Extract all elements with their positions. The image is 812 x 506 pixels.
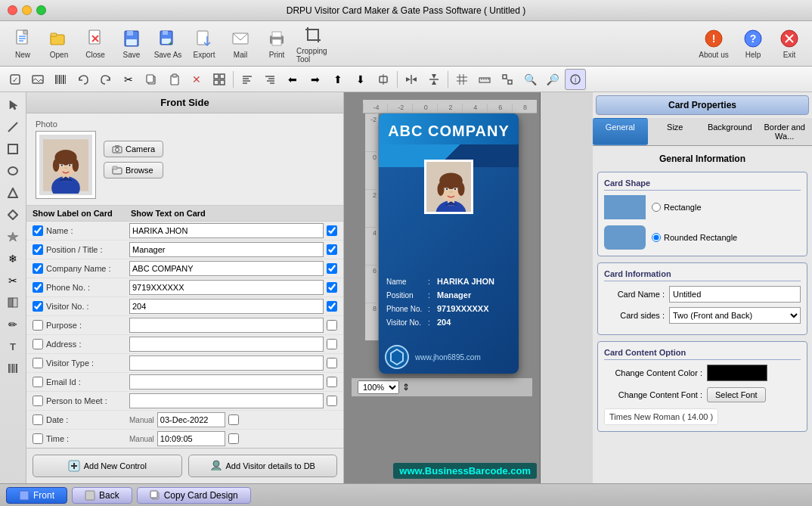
copy-btn[interactable]: [141, 69, 162, 90]
name-show-check[interactable]: [327, 225, 337, 236]
grid-btn[interactable]: [451, 69, 473, 90]
address-input[interactable]: [129, 337, 324, 352]
position-checkbox[interactable]: [33, 244, 43, 255]
center-btn[interactable]: [373, 69, 394, 90]
rounded-radio[interactable]: [652, 233, 661, 242]
content-color-picker[interactable]: [707, 365, 767, 381]
move-left-btn[interactable]: ⬅: [282, 69, 303, 90]
copy-card-button[interactable]: Copy Card Design: [137, 487, 251, 504]
move-up-btn[interactable]: ⬆: [327, 69, 349, 90]
close-button[interactable]: Close: [79, 24, 112, 64]
barcode-side-tool[interactable]: [3, 359, 23, 378]
diamond-tool[interactable]: [3, 205, 23, 225]
tab-size[interactable]: Size: [648, 118, 703, 145]
email-checkbox[interactable]: [33, 377, 43, 387]
flip-h-btn[interactable]: [401, 69, 422, 90]
save-button[interactable]: Save: [115, 24, 148, 64]
align-right-btn[interactable]: [259, 69, 280, 90]
rectangle-radio[interactable]: [652, 203, 661, 212]
redo-btn[interactable]: [95, 69, 116, 90]
crop-button[interactable]: Cropping Tool: [296, 24, 330, 64]
visitor-type-input[interactable]: [129, 355, 324, 371]
flip-v-btn[interactable]: [423, 69, 445, 90]
zoom-select[interactable]: 100% 75% 150%: [358, 380, 399, 394]
help-button[interactable]: ? Help: [736, 24, 770, 64]
exit-button[interactable]: Exit: [773, 24, 806, 64]
line-tool[interactable]: [3, 117, 23, 137]
time-input[interactable]: [157, 431, 225, 446]
snap-btn[interactable]: [209, 69, 230, 90]
email-input[interactable]: [129, 374, 324, 390]
ellipse-tool[interactable]: [3, 161, 23, 181]
move-down-btn[interactable]: ⬇: [350, 69, 371, 90]
position-input[interactable]: [129, 242, 324, 257]
about-button[interactable]: ! About us: [694, 24, 733, 64]
cut-btn[interactable]: ✂: [118, 69, 139, 90]
card-sides-select[interactable]: One (Front Only) Two (Front and Back): [669, 307, 801, 324]
phone-show-check[interactable]: [327, 282, 337, 293]
company-show-check[interactable]: [327, 263, 337, 274]
mail-button[interactable]: Mail: [224, 24, 257, 64]
date-checkbox[interactable]: [33, 414, 43, 425]
triangle-tool[interactable]: [3, 183, 23, 203]
select-font-button[interactable]: Select Font: [707, 387, 766, 402]
address-show-check[interactable]: [327, 339, 337, 349]
visitor-input[interactable]: [129, 299, 324, 314]
company-checkbox[interactable]: [33, 263, 43, 274]
back-button[interactable]: Back: [72, 487, 132, 504]
name-checkbox[interactable]: [33, 225, 43, 236]
date-input[interactable]: [157, 412, 225, 427]
text-tool[interactable]: T: [3, 337, 23, 356]
star-tool[interactable]: [3, 227, 23, 247]
book-tool[interactable]: [3, 293, 23, 312]
resize-btn[interactable]: [497, 69, 518, 90]
move-right-btn[interactable]: ➡: [305, 69, 326, 90]
front-button[interactable]: Front: [6, 487, 67, 504]
purpose-checkbox[interactable]: [33, 320, 43, 331]
position-show-check[interactable]: [327, 244, 337, 255]
barcode-tool-btn[interactable]: [50, 69, 71, 90]
properties-btn[interactable]: i: [565, 69, 586, 90]
card-name-input[interactable]: [669, 286, 801, 303]
visitor-checkbox[interactable]: [33, 301, 43, 312]
zoom-out-btn[interactable]: 🔍: [542, 69, 563, 90]
phone-checkbox[interactable]: [33, 282, 43, 293]
purpose-input[interactable]: [129, 318, 324, 333]
add-control-button[interactable]: Add New Control: [33, 455, 182, 477]
open-button[interactable]: Open: [42, 24, 76, 64]
paste-btn[interactable]: [163, 69, 184, 90]
visitor-type-checkbox[interactable]: [33, 358, 43, 368]
image-tool-btn[interactable]: [27, 69, 48, 90]
close-window-btn[interactable]: [8, 5, 17, 15]
new-button[interactable]: New: [6, 24, 39, 64]
phone-input[interactable]: [129, 280, 324, 295]
person-input[interactable]: [129, 393, 324, 408]
address-checkbox[interactable]: [33, 339, 43, 349]
save-as-button[interactable]: + Save As: [151, 24, 184, 64]
select-tool-btn[interactable]: ✓: [5, 69, 26, 90]
person-checkbox[interactable]: [33, 396, 43, 406]
minimize-window-btn[interactable]: [22, 5, 32, 15]
visitor-show-check[interactable]: [327, 301, 337, 312]
undo-btn[interactable]: [73, 69, 94, 90]
visitor-type-show-check[interactable]: [327, 358, 337, 368]
time-checkbox[interactable]: [33, 433, 43, 444]
align-left-btn[interactable]: [237, 69, 258, 90]
pointer-tool[interactable]: [3, 95, 23, 115]
export-button[interactable]: Export: [188, 24, 221, 64]
company-input[interactable]: [129, 261, 324, 276]
add-visitor-button[interactable]: Add Visitor details to DB: [188, 455, 338, 477]
snowflake-tool[interactable]: ❄: [3, 249, 23, 269]
person-show-check[interactable]: [327, 396, 337, 406]
ruler-btn[interactable]: [474, 69, 495, 90]
tab-general[interactable]: General: [593, 118, 648, 145]
camera-button[interactable]: Camera: [104, 141, 163, 157]
delete-btn[interactable]: ✕: [186, 69, 207, 90]
print-button[interactable]: Print: [260, 24, 293, 64]
purpose-show-check[interactable]: [327, 320, 337, 331]
date-show-check[interactable]: [228, 414, 239, 425]
name-input[interactable]: [129, 223, 324, 238]
time-show-check[interactable]: [228, 433, 239, 444]
tab-border[interactable]: Border and Wa...: [758, 118, 813, 145]
maximize-window-btn[interactable]: [36, 5, 46, 15]
